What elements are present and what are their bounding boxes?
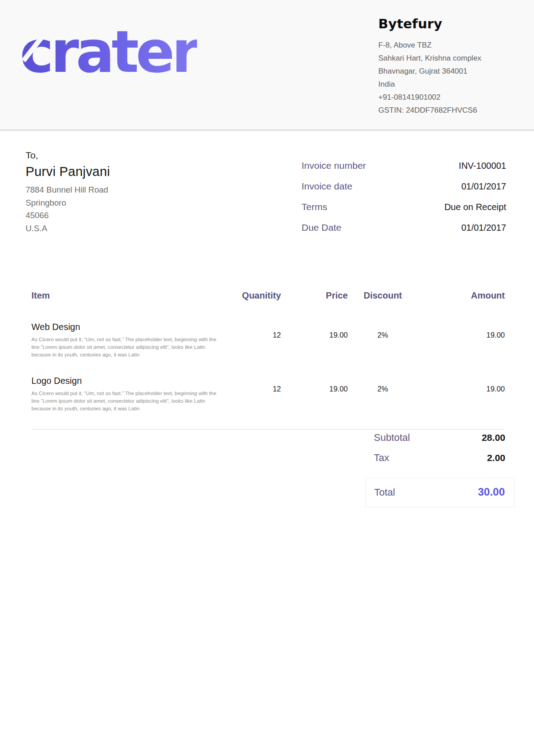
totals-section: Subtotal 28.00 Tax 2.00 Total 30.00 [365, 432, 515, 507]
column-header-discount: Discount [348, 290, 433, 301]
item-discount: 2% [348, 375, 433, 393]
items-bottom-divider [31, 429, 505, 430]
company-phone: +91-08141901002 [378, 91, 526, 104]
column-header-price: Price [287, 290, 348, 301]
subtotal-label: Subtotal [374, 432, 410, 444]
subtotal-row: Subtotal 28.00 [365, 432, 515, 444]
company-address-line: F-8, Above TBZ [378, 39, 526, 52]
company-name: Bytefury [378, 16, 526, 31]
subtotal-value: 28.00 [481, 432, 505, 444]
item-amount: 19.00 [433, 375, 505, 393]
logo-slice-decoration [203, 44, 221, 65]
terms-row: Terms Due on Receipt [302, 201, 506, 213]
invoice-number-row: Invoice number INV-100001 [302, 160, 506, 171]
due-date-label: Due Date [302, 222, 341, 233]
customer-address-line: Springboro [26, 197, 110, 210]
invoice-number-label: Invoice number [302, 160, 366, 171]
bill-to-section: To, Purvi Panjvani 7884 Bunnel Hill Road… [26, 150, 110, 235]
table-row: Logo Design As Cicero would put it, “Um,… [31, 375, 505, 413]
customer-address: 7884 Bunnel Hill Road Springboro 45066 U… [26, 184, 110, 235]
company-info: Bytefury F-8, Above TBZ Sahkari Hart, Kr… [378, 16, 526, 117]
tax-label: Tax [374, 452, 389, 464]
column-header-quantity: Quanitity [233, 290, 287, 301]
company-gstin: GSTIN: 24DDF7682FHVCS6 [378, 104, 526, 117]
item-quantity: 12 [233, 321, 287, 339]
invoice-number-value: INV-100001 [459, 160, 506, 171]
item-description: As Cicero would put it, “Um, not so fast… [31, 390, 220, 413]
invoice-meta: Invoice number INV-100001 Invoice date 0… [302, 160, 506, 242]
customer-name: Purvi Panjvani [26, 164, 110, 179]
company-address-line: Bhavnagar, Gujrat 364001 [378, 65, 526, 78]
invoice-date-label: Invoice date [302, 180, 352, 192]
item-discount: 2% [348, 321, 433, 339]
item-price: 19.00 [287, 321, 348, 339]
total-box: Total 30.00 [365, 478, 515, 507]
item-amount: 19.00 [433, 321, 505, 339]
tax-row: Tax 2.00 [365, 452, 515, 464]
bill-to-label: To, [26, 150, 110, 161]
invoice-page: crater Bytefury F-8, Above TBZ Sahkari H… [0, 0, 534, 756]
invoice-date-value: 01/01/2017 [461, 181, 506, 192]
invoice-date-row: Invoice date 01/01/2017 [302, 180, 506, 192]
items-table: Item Quanitity Price Discount Amount Web… [31, 290, 505, 430]
column-header-amount: Amount [433, 290, 505, 301]
item-quantity: 12 [233, 375, 287, 393]
total-label: Total [374, 486, 395, 499]
item-description: As Cicero would put it, “Um, not so fast… [31, 336, 220, 359]
items-table-header: Item Quanitity Price Discount Amount [31, 290, 505, 301]
item-name: Web Design [31, 321, 233, 333]
customer-address-line: 45066 [26, 209, 110, 222]
table-row: Web Design As Cicero would put it, “Um, … [31, 321, 505, 359]
customer-address-line: U.S.A [26, 222, 110, 235]
company-address-line: India [378, 78, 526, 91]
column-header-item: Item [31, 290, 233, 301]
company-address-line: Sahkari Hart, Krishna complex [378, 52, 526, 65]
invoice-header-band: crater Bytefury F-8, Above TBZ Sahkari H… [0, 0, 534, 131]
customer-address-line: 7884 Bunnel Hill Road [26, 184, 110, 197]
due-date-value: 01/01/2017 [461, 222, 506, 233]
due-date-row: Due Date 01/01/2017 [302, 222, 506, 233]
total-value: 30.00 [478, 485, 505, 499]
item-cell: Web Design As Cicero would put it, “Um, … [31, 321, 233, 359]
tax-value: 2.00 [487, 452, 505, 464]
terms-value: Due on Receipt [444, 202, 506, 213]
item-name: Logo Design [31, 375, 233, 387]
item-cell: Logo Design As Cicero would put it, “Um,… [31, 375, 233, 413]
item-price: 19.00 [287, 375, 348, 393]
terms-label: Terms [302, 201, 327, 212]
